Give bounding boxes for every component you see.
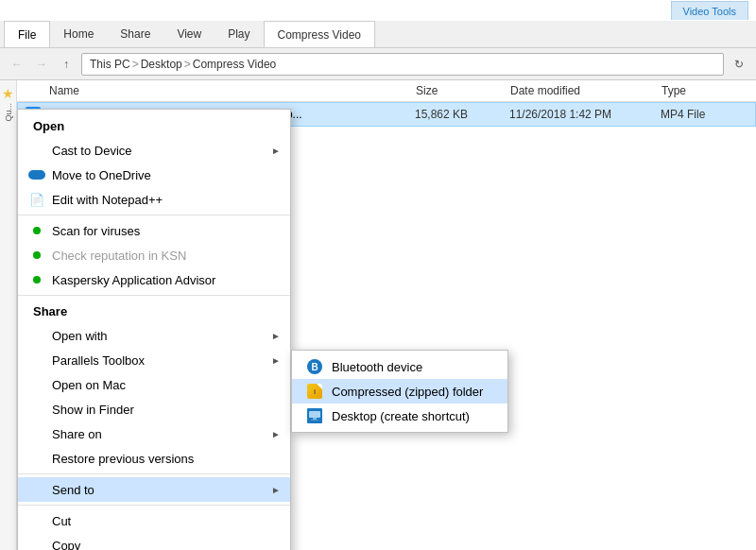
- path-compress-video[interactable]: Compress Video: [193, 58, 277, 71]
- svg-rect-1: [313, 418, 317, 420]
- menu-item-parallels[interactable]: Parallels Toolbox ►: [18, 348, 290, 372]
- video-tools-tab[interactable]: Video Tools: [671, 1, 748, 20]
- submenu-item-bluetooth[interactable]: B Bluetooth device: [292, 354, 507, 379]
- tab-share[interactable]: Share: [107, 21, 163, 47]
- desktop-icon: [307, 408, 322, 423]
- tab-view[interactable]: View: [163, 21, 215, 47]
- col-header-date[interactable]: Date modified: [510, 84, 662, 97]
- menu-item-restore[interactable]: Restore previous versions: [18, 446, 290, 471]
- menu-item-cut[interactable]: Cut: [18, 508, 290, 533]
- arrow-icon-parallels: ►: [271, 355, 281, 366]
- menu-label-notepad: Edit with Notepad++: [52, 193, 163, 207]
- col-header-name[interactable]: Name: [45, 84, 416, 97]
- path-desktop[interactable]: Desktop: [141, 58, 182, 71]
- tab-home[interactable]: Home: [50, 21, 107, 47]
- menu-label-reputation: Check reputation in KSN: [52, 249, 186, 263]
- menu-item-share-header[interactable]: Share: [18, 299, 290, 323]
- path-sep1: >: [132, 58, 139, 71]
- submenu-label-desktop: Desktop (create shortcut): [332, 409, 470, 423]
- ribbon-tabs: File Home Share View Play Compress Video: [0, 21, 756, 47]
- menu-item-send-to[interactable]: Send to ►: [18, 477, 290, 502]
- col-header-type[interactable]: Type: [662, 84, 756, 97]
- arrow-icon-send-to: ►: [271, 485, 281, 495]
- forward-button[interactable]: →: [32, 55, 51, 74]
- file-type: MP4 File: [661, 108, 755, 121]
- send-to-submenu: B Bluetooth device i Compressed (zipped)…: [291, 350, 508, 433]
- arrow-icon: ►: [271, 146, 281, 156]
- menu-item-notepad[interactable]: 📄 Edit with Notepad++: [18, 187, 290, 212]
- submenu-label-compressed: Compressed (zipped) folder: [332, 385, 483, 399]
- menu-label-open: Open: [33, 119, 64, 133]
- divider-1: [18, 215, 290, 215]
- tab-file[interactable]: File: [4, 21, 50, 47]
- quick-access-star: ★: [2, 86, 14, 101]
- svg-rect-0: [309, 411, 320, 418]
- notepad-icon: 📄: [27, 190, 46, 209]
- menu-item-onedrive[interactable]: Move to OneDrive: [18, 163, 290, 187]
- menu-label-share-header: Share: [33, 304, 67, 318]
- menu-item-copy[interactable]: Copy: [18, 533, 290, 550]
- sidebar-strip: ★ Qu...: [0, 80, 17, 550]
- back-button[interactable]: ←: [8, 55, 26, 74]
- menu-item-open-with[interactable]: Open with ►: [18, 323, 290, 348]
- tab-compress-video[interactable]: Compress Video: [264, 21, 376, 47]
- menu-item-share-on[interactable]: Share on ►: [18, 421, 290, 446]
- menu-label-cast: Cast to Device: [52, 144, 132, 158]
- menu-label-show-finder: Show in Finder: [52, 403, 134, 417]
- zip-icon: i: [307, 384, 322, 399]
- menu-label-onedrive: Move to OneDrive: [52, 168, 151, 182]
- address-bar: ← → ↑ This PC > Desktop > Compress Video…: [0, 48, 756, 80]
- ribbon-video-tools-row: Video Tools: [0, 0, 756, 21]
- path-this-pc[interactable]: This PC: [90, 58, 130, 71]
- divider-4: [18, 505, 290, 506]
- address-path[interactable]: This PC > Desktop > Compress Video: [81, 53, 724, 76]
- context-menu: Open Cast to Device ► Move to OneDrive 📄…: [17, 109, 291, 550]
- menu-label-advisor: Kaspersky Application Advisor: [52, 273, 215, 287]
- column-headers: Name Size Date modified Type: [17, 80, 756, 102]
- menu-item-advisor[interactable]: Kaspersky Application Advisor: [18, 267, 290, 292]
- col-header-size[interactable]: Size: [416, 84, 510, 97]
- menu-label-copy: Copy: [52, 539, 80, 551]
- refresh-button[interactable]: ↻: [730, 55, 748, 74]
- arrow-icon-open-with: ►: [271, 331, 281, 341]
- menu-item-scan[interactable]: Scan for viruses: [18, 218, 290, 243]
- menu-label-restore: Restore previous versions: [52, 452, 194, 466]
- quick-access-label: Qu...: [4, 103, 13, 122]
- menu-label-open-with: Open with: [52, 329, 108, 343]
- ribbon: File Home Share View Play Compress Video: [0, 21, 756, 48]
- submenu-item-desktop[interactable]: Desktop (create shortcut): [292, 404, 507, 428]
- kaspersky-advisor-icon: [27, 270, 46, 289]
- file-date: 11/26/2018 1:42 PM: [509, 108, 661, 121]
- submenu-item-compressed[interactable]: i Compressed (zipped) folder: [292, 379, 507, 404]
- arrow-icon-share-on: ►: [271, 429, 281, 439]
- path-sep2: >: [184, 58, 191, 71]
- menu-item-open[interactable]: Open: [18, 113, 290, 138]
- svg-rect-2: [311, 420, 318, 421]
- submenu-label-bluetooth: Bluetooth device: [332, 360, 422, 374]
- bluetooth-icon: B: [307, 359, 322, 374]
- file-size: 15,862 KB: [415, 108, 509, 121]
- menu-label-open-mac: Open on Mac: [52, 378, 126, 392]
- kaspersky-reputation-icon: [27, 246, 46, 265]
- menu-item-reputation: Check reputation in KSN: [18, 243, 290, 267]
- divider-3: [18, 473, 290, 474]
- menu-item-open-mac[interactable]: Open on Mac: [18, 372, 290, 397]
- menu-label-parallels: Parallels Toolbox: [52, 353, 145, 368]
- menu-label-share-on: Share on: [52, 427, 102, 441]
- onedrive-icon: [27, 165, 46, 184]
- divider-2: [18, 295, 290, 296]
- kaspersky-scan-icon: [27, 221, 46, 240]
- menu-item-cast[interactable]: Cast to Device ►: [18, 138, 290, 163]
- up-button[interactable]: ↑: [57, 55, 76, 74]
- menu-label-scan: Scan for viruses: [52, 224, 140, 238]
- tab-play[interactable]: Play: [215, 21, 263, 47]
- menu-item-show-finder[interactable]: Show in Finder: [18, 397, 290, 421]
- menu-label-send-to: Send to: [52, 483, 94, 497]
- menu-label-cut: Cut: [52, 514, 71, 528]
